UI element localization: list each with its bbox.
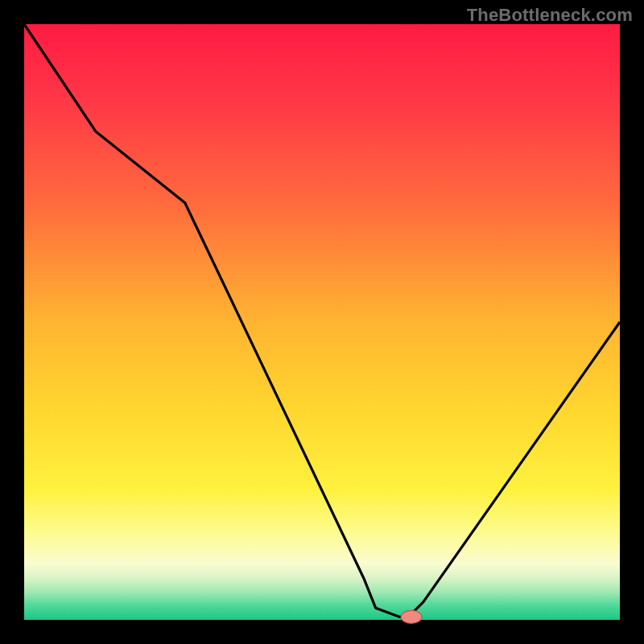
bottleneck-chart: TheBottleneck.com bbox=[0, 0, 644, 644]
chart-svg bbox=[0, 0, 644, 644]
plot-background bbox=[24, 24, 620, 620]
watermark-label: TheBottleneck.com bbox=[467, 5, 633, 26]
optimal-point-marker bbox=[401, 610, 422, 623]
